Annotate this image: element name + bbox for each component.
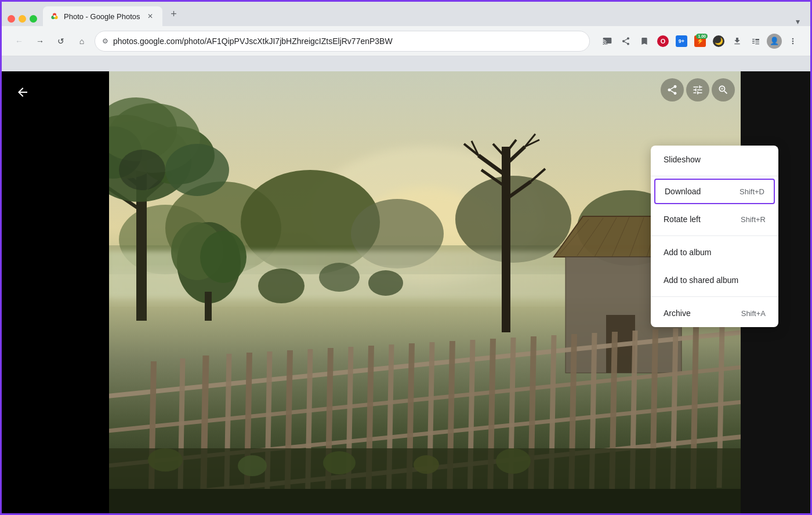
photo-edit-button[interactable] <box>686 78 709 101</box>
close-traffic-light[interactable] <box>8 15 15 23</box>
svg-rect-98 <box>109 489 741 515</box>
menu-divider-1 <box>651 176 778 176</box>
opera-extension-icon[interactable]: O <box>655 33 671 49</box>
tab-strip-dropdown[interactable]: ▾ <box>796 17 800 26</box>
back-button[interactable] <box>11 81 34 104</box>
photo-canvas <box>109 71 741 515</box>
photo-zoom-button[interactable] <box>712 78 735 101</box>
ext-download-icon[interactable] <box>729 33 745 49</box>
svg-point-96 <box>414 455 439 474</box>
browser-toolbar-icons: O 9+ ⚡ 1.00 🌙 <box>599 33 801 49</box>
svg-rect-32 <box>205 292 212 321</box>
menu-item-add-to-shared-album[interactable]: Add to shared album <box>651 266 778 294</box>
browser-menu-button[interactable] <box>785 33 801 49</box>
tab-favicon <box>50 12 59 21</box>
tab-bar: Photo - Google Photos ✕ + ▾ <box>2 2 810 26</box>
share-icon[interactable] <box>618 33 634 49</box>
minimize-traffic-light[interactable] <box>19 15 26 23</box>
profile-icon[interactable]: 👤 <box>766 33 782 49</box>
main-content: ❯ Slideshow Download Shift+D Rotate left… <box>2 71 810 515</box>
photo-share-button[interactable] <box>661 78 684 101</box>
svg-point-28 <box>119 150 165 190</box>
menu-item-archive[interactable]: Archive Shift+A <box>651 299 778 327</box>
maximize-traffic-light[interactable] <box>30 15 37 23</box>
svg-point-33 <box>258 269 304 303</box>
security-indicator: ⚙ <box>102 37 108 45</box>
svg-point-26 <box>165 144 229 196</box>
svg-point-97 <box>496 448 531 474</box>
photo-svg <box>109 71 741 515</box>
svg-point-94 <box>238 455 267 476</box>
ext-puzzle-icon[interactable]: ⚡ 1.00 <box>692 33 708 49</box>
menu-item-download[interactable]: Download Shift+D <box>654 179 775 204</box>
back-button[interactable]: ← <box>11 33 27 49</box>
svg-point-31 <box>200 231 246 283</box>
photo-toolbar <box>661 78 735 101</box>
svg-point-95 <box>323 451 356 474</box>
context-menu: Slideshow Download Shift+D Rotate left S… <box>651 146 778 327</box>
forward-button[interactable]: → <box>32 33 48 49</box>
tab-title: Photo - Google Photos <box>64 12 140 21</box>
ext-moon-icon[interactable]: 🌙 <box>710 33 727 49</box>
svg-point-35 <box>368 270 403 296</box>
address-bar-row: ← → ↺ ⌂ ⚙ photos.google.com/photo/AF1Qip… <box>2 26 810 56</box>
cast-icon[interactable] <box>599 33 615 49</box>
menu-divider-2 <box>651 235 778 236</box>
browser-chrome: Photo - Google Photos ✕ + ▾ ← → ↺ ⌂ ⚙ ph… <box>2 2 810 71</box>
new-tab-button[interactable]: + <box>166 6 182 22</box>
profile-avatar: 👤 <box>767 34 782 49</box>
ext-badge-icon[interactable]: 9+ <box>673 33 690 49</box>
left-panel <box>2 71 109 515</box>
svg-point-3 <box>53 15 56 17</box>
menu-item-slideshow[interactable]: Slideshow <box>651 146 778 173</box>
menu-divider-3 <box>651 296 778 297</box>
sidebar-toggle-icon[interactable] <box>748 33 764 49</box>
menu-item-add-to-album[interactable]: Add to album <box>651 238 778 266</box>
bookmark-icon[interactable] <box>636 33 652 49</box>
svg-point-93 <box>148 448 183 472</box>
active-tab[interactable]: Photo - Google Photos ✕ <box>43 6 162 26</box>
address-bar[interactable]: ⚙ photos.google.com/photo/AF1QipPVJscXtk… <box>95 31 590 52</box>
svg-point-34 <box>319 263 360 292</box>
tab-close-button[interactable]: ✕ <box>145 11 155 21</box>
home-button[interactable]: ⌂ <box>74 33 90 49</box>
url-display: photos.google.com/photo/AF1QipPVJscXtkJI… <box>113 37 582 46</box>
menu-item-rotate-left[interactable]: Rotate left Shift+R <box>651 205 778 233</box>
svg-point-12 <box>455 176 571 263</box>
refresh-button[interactable]: ↺ <box>53 33 69 49</box>
